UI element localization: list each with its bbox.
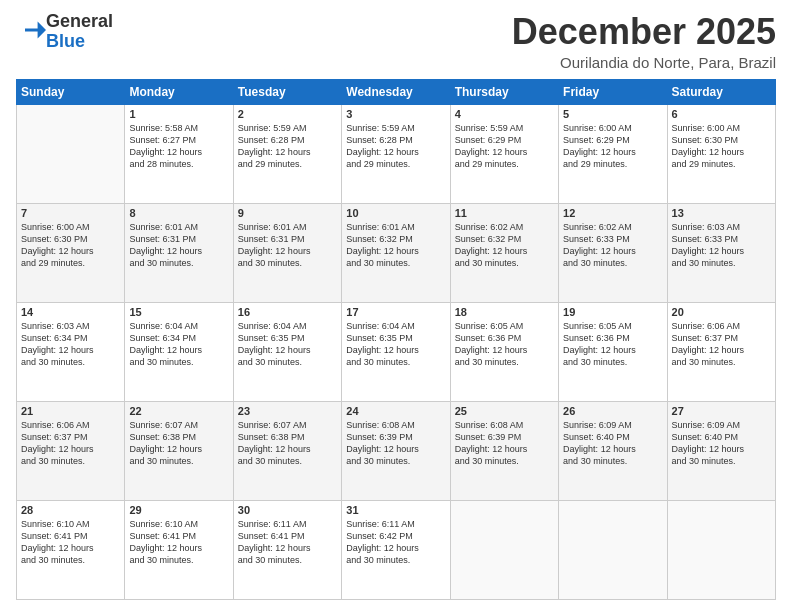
table-row: [667, 500, 775, 599]
day-number: 17: [346, 306, 445, 318]
day-number: 9: [238, 207, 337, 219]
day-info: Sunrise: 6:04 AM Sunset: 6:35 PM Dayligh…: [238, 320, 337, 369]
day-info: Sunrise: 6:10 AM Sunset: 6:41 PM Dayligh…: [129, 518, 228, 567]
day-info: Sunrise: 5:59 AM Sunset: 6:28 PM Dayligh…: [238, 122, 337, 171]
calendar-week-row: 7Sunrise: 6:00 AM Sunset: 6:30 PM Daylig…: [17, 203, 776, 302]
day-number: 1: [129, 108, 228, 120]
day-number: 7: [21, 207, 120, 219]
table-row: 14Sunrise: 6:03 AM Sunset: 6:34 PM Dayli…: [17, 302, 125, 401]
table-row: [559, 500, 667, 599]
day-number: 4: [455, 108, 554, 120]
table-row: 25Sunrise: 6:08 AM Sunset: 6:39 PM Dayli…: [450, 401, 558, 500]
logo: General Blue: [16, 12, 113, 52]
table-row: 23Sunrise: 6:07 AM Sunset: 6:38 PM Dayli…: [233, 401, 341, 500]
day-number: 25: [455, 405, 554, 417]
table-row: 30Sunrise: 6:11 AM Sunset: 6:41 PM Dayli…: [233, 500, 341, 599]
table-row: [17, 104, 125, 203]
calendar-week-row: 1Sunrise: 5:58 AM Sunset: 6:27 PM Daylig…: [17, 104, 776, 203]
day-info: Sunrise: 5:58 AM Sunset: 6:27 PM Dayligh…: [129, 122, 228, 171]
day-number: 5: [563, 108, 662, 120]
day-number: 19: [563, 306, 662, 318]
day-number: 27: [672, 405, 771, 417]
table-row: 18Sunrise: 6:05 AM Sunset: 6:36 PM Dayli…: [450, 302, 558, 401]
calendar-week-row: 28Sunrise: 6:10 AM Sunset: 6:41 PM Dayli…: [17, 500, 776, 599]
month-title: December 2025: [512, 12, 776, 52]
day-info: Sunrise: 6:05 AM Sunset: 6:36 PM Dayligh…: [455, 320, 554, 369]
header: General Blue December 2025 Ourilandia do…: [16, 12, 776, 71]
table-row: 2Sunrise: 5:59 AM Sunset: 6:28 PM Daylig…: [233, 104, 341, 203]
day-number: 13: [672, 207, 771, 219]
day-number: 14: [21, 306, 120, 318]
day-info: Sunrise: 6:08 AM Sunset: 6:39 PM Dayligh…: [346, 419, 445, 468]
day-number: 28: [21, 504, 120, 516]
table-row: [450, 500, 558, 599]
day-info: Sunrise: 6:05 AM Sunset: 6:36 PM Dayligh…: [563, 320, 662, 369]
day-number: 22: [129, 405, 228, 417]
day-number: 2: [238, 108, 337, 120]
table-row: 26Sunrise: 6:09 AM Sunset: 6:40 PM Dayli…: [559, 401, 667, 500]
day-number: 11: [455, 207, 554, 219]
table-row: 13Sunrise: 6:03 AM Sunset: 6:33 PM Dayli…: [667, 203, 775, 302]
table-row: 9Sunrise: 6:01 AM Sunset: 6:31 PM Daylig…: [233, 203, 341, 302]
day-info: Sunrise: 6:09 AM Sunset: 6:40 PM Dayligh…: [672, 419, 771, 468]
location-title: Ourilandia do Norte, Para, Brazil: [512, 54, 776, 71]
day-info: Sunrise: 5:59 AM Sunset: 6:28 PM Dayligh…: [346, 122, 445, 171]
day-info: Sunrise: 6:00 AM Sunset: 6:30 PM Dayligh…: [672, 122, 771, 171]
table-row: 29Sunrise: 6:10 AM Sunset: 6:41 PM Dayli…: [125, 500, 233, 599]
day-info: Sunrise: 5:59 AM Sunset: 6:29 PM Dayligh…: [455, 122, 554, 171]
day-info: Sunrise: 6:08 AM Sunset: 6:39 PM Dayligh…: [455, 419, 554, 468]
day-info: Sunrise: 6:10 AM Sunset: 6:41 PM Dayligh…: [21, 518, 120, 567]
table-row: 5Sunrise: 6:00 AM Sunset: 6:29 PM Daylig…: [559, 104, 667, 203]
table-row: 11Sunrise: 6:02 AM Sunset: 6:32 PM Dayli…: [450, 203, 558, 302]
day-number: 8: [129, 207, 228, 219]
table-row: 31Sunrise: 6:11 AM Sunset: 6:42 PM Dayli…: [342, 500, 450, 599]
day-info: Sunrise: 6:06 AM Sunset: 6:37 PM Dayligh…: [21, 419, 120, 468]
logo-icon: [18, 16, 46, 44]
day-info: Sunrise: 6:00 AM Sunset: 6:29 PM Dayligh…: [563, 122, 662, 171]
day-number: 29: [129, 504, 228, 516]
table-row: 10Sunrise: 6:01 AM Sunset: 6:32 PM Dayli…: [342, 203, 450, 302]
table-row: 4Sunrise: 5:59 AM Sunset: 6:29 PM Daylig…: [450, 104, 558, 203]
table-row: 28Sunrise: 6:10 AM Sunset: 6:41 PM Dayli…: [17, 500, 125, 599]
day-info: Sunrise: 6:07 AM Sunset: 6:38 PM Dayligh…: [238, 419, 337, 468]
day-info: Sunrise: 6:02 AM Sunset: 6:33 PM Dayligh…: [563, 221, 662, 270]
day-info: Sunrise: 6:03 AM Sunset: 6:34 PM Dayligh…: [21, 320, 120, 369]
day-info: Sunrise: 6:03 AM Sunset: 6:33 PM Dayligh…: [672, 221, 771, 270]
header-thursday: Thursday: [450, 79, 558, 104]
day-number: 10: [346, 207, 445, 219]
calendar-week-row: 21Sunrise: 6:06 AM Sunset: 6:37 PM Dayli…: [17, 401, 776, 500]
table-row: 19Sunrise: 6:05 AM Sunset: 6:36 PM Dayli…: [559, 302, 667, 401]
day-number: 18: [455, 306, 554, 318]
day-info: Sunrise: 6:01 AM Sunset: 6:31 PM Dayligh…: [129, 221, 228, 270]
header-saturday: Saturday: [667, 79, 775, 104]
day-info: Sunrise: 6:04 AM Sunset: 6:35 PM Dayligh…: [346, 320, 445, 369]
day-number: 16: [238, 306, 337, 318]
day-info: Sunrise: 6:04 AM Sunset: 6:34 PM Dayligh…: [129, 320, 228, 369]
header-wednesday: Wednesday: [342, 79, 450, 104]
table-row: 24Sunrise: 6:08 AM Sunset: 6:39 PM Dayli…: [342, 401, 450, 500]
table-row: 20Sunrise: 6:06 AM Sunset: 6:37 PM Dayli…: [667, 302, 775, 401]
calendar-header-row: Sunday Monday Tuesday Wednesday Thursday…: [17, 79, 776, 104]
day-number: 21: [21, 405, 120, 417]
table-row: 3Sunrise: 5:59 AM Sunset: 6:28 PM Daylig…: [342, 104, 450, 203]
logo-general-text: General: [46, 12, 113, 32]
day-info: Sunrise: 6:11 AM Sunset: 6:41 PM Dayligh…: [238, 518, 337, 567]
day-info: Sunrise: 6:01 AM Sunset: 6:32 PM Dayligh…: [346, 221, 445, 270]
day-info: Sunrise: 6:07 AM Sunset: 6:38 PM Dayligh…: [129, 419, 228, 468]
day-info: Sunrise: 6:11 AM Sunset: 6:42 PM Dayligh…: [346, 518, 445, 567]
day-number: 3: [346, 108, 445, 120]
title-block: December 2025 Ourilandia do Norte, Para,…: [512, 12, 776, 71]
day-number: 15: [129, 306, 228, 318]
day-info: Sunrise: 6:06 AM Sunset: 6:37 PM Dayligh…: [672, 320, 771, 369]
table-row: 7Sunrise: 6:00 AM Sunset: 6:30 PM Daylig…: [17, 203, 125, 302]
page: General Blue December 2025 Ourilandia do…: [0, 0, 792, 612]
svg-marker-0: [25, 21, 46, 38]
logo-blue-text: Blue: [46, 32, 113, 52]
day-number: 30: [238, 504, 337, 516]
header-sunday: Sunday: [17, 79, 125, 104]
table-row: 21Sunrise: 6:06 AM Sunset: 6:37 PM Dayli…: [17, 401, 125, 500]
calendar-week-row: 14Sunrise: 6:03 AM Sunset: 6:34 PM Dayli…: [17, 302, 776, 401]
header-friday: Friday: [559, 79, 667, 104]
day-info: Sunrise: 6:00 AM Sunset: 6:30 PM Dayligh…: [21, 221, 120, 270]
day-number: 24: [346, 405, 445, 417]
